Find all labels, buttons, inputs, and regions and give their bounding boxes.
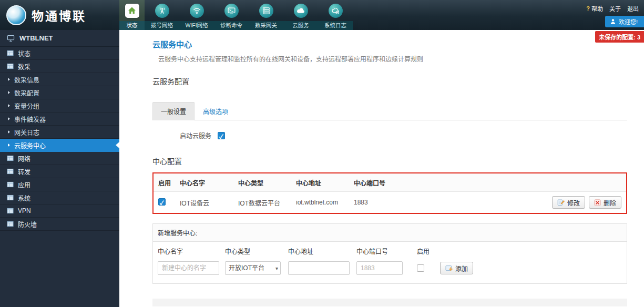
sidebar-item-data-info[interactable]: 数采信息 — [0, 73, 119, 86]
list-icon — [7, 168, 14, 175]
unsaved-config-badge[interactable]: 未保存的配置: 3 — [595, 31, 644, 43]
add-enable-checkbox[interactable] — [417, 264, 424, 272]
logo-icon — [6, 5, 26, 25]
dial-network-icon — [155, 4, 169, 18]
col-header-name: 中心名字 — [180, 178, 238, 187]
logo-text: 物通博联 — [32, 6, 86, 24]
logout-link[interactable]: 退出 — [627, 4, 639, 13]
delete-button[interactable]: 删除 — [589, 196, 621, 209]
row-center-type: IOT数据云平台 — [238, 198, 296, 207]
center-config-table-highlighted: 启用 中心名字 中心类型 中心地址 中心端口号 IOT设备云 IOT数据云平台 … — [152, 172, 627, 214]
sidebar-item-label: 数采信息 — [14, 75, 39, 84]
sidebar-item-data-config[interactable]: 数采配置 — [0, 86, 119, 99]
nav-icon-wrap — [283, 0, 318, 21]
list-icon — [7, 221, 14, 227]
help-link[interactable]: ? 帮助 — [586, 4, 603, 13]
center-type-select[interactable]: 开放IOT平台 — [225, 261, 281, 275]
sidebar-item-variable-group[interactable]: 变量分组 — [0, 99, 119, 112]
gateway-icon — [259, 4, 273, 18]
sidebar-item-application[interactable]: 应用 — [0, 178, 119, 191]
help-label: 帮助 — [591, 4, 603, 13]
home-icon — [125, 4, 139, 18]
nav-label-gateway: 数采网关 — [249, 21, 283, 30]
about-link[interactable]: 关于 — [609, 4, 621, 13]
top-header: 物通博联 状态 拨号网络 — [0, 0, 644, 30]
footer-strip — [152, 299, 627, 306]
nav-label-cloud-service: 云服务 — [283, 21, 318, 30]
sidebar-item-vpn[interactable]: VPN — [0, 204, 119, 218]
nav-icon-wrap — [119, 0, 145, 21]
edit-button[interactable]: 修改 — [552, 196, 585, 209]
log-icon — [329, 4, 343, 18]
col-header-enable: 启用 — [154, 178, 180, 187]
nav-item-cloud-service[interactable]: 云服务 — [283, 0, 318, 30]
enable-cloud-row: 启动云服务 — [180, 131, 627, 140]
sidebar-item-forwarding[interactable]: 转发 — [0, 165, 119, 178]
sidebar-item-label: 变量分组 — [14, 101, 39, 110]
nav-icon-wrap — [249, 0, 283, 21]
center-config-heading: 中心配置 — [152, 156, 627, 166]
sidebar: WTBLNET 状态 数采 数采信息 数采配置 变量分组 事件触发器 网关日志 … — [0, 30, 119, 307]
list-icon — [7, 195, 14, 201]
list-icon — [7, 155, 14, 161]
sidebar-item-event-trigger[interactable]: 事件触发器 — [0, 112, 119, 126]
sidebar-item-status[interactable]: 状态 — [0, 47, 119, 60]
row-center-port: 1883 — [354, 199, 438, 206]
sidebar-item-label: 网关日志 — [14, 128, 39, 137]
list-icon — [7, 63, 14, 69]
add-button[interactable]: 添加 — [440, 262, 473, 274]
page-description: 云服务中心支持远程管理和监控所有的在线网关和设备，支持远程部署应用程序和边缘计算… — [152, 54, 627, 63]
col-header-address: 中心地址 — [296, 178, 354, 187]
nav-label-system-log: 系统日志 — [318, 21, 353, 30]
sidebar-item-label: 应用 — [18, 180, 30, 189]
list-icon — [7, 50, 14, 56]
nav-item-gateway[interactable]: 数采网关 — [249, 0, 283, 30]
nav-item-dial-network[interactable]: 拨号网络 — [145, 0, 179, 30]
tab-general-settings[interactable]: 一般设置 — [152, 102, 195, 120]
sidebar-item-label: 转发 — [18, 167, 30, 176]
nav-label-dial-network: 拨号网络 — [145, 21, 179, 30]
sidebar-item-data-acquisition[interactable]: 数采 — [0, 60, 119, 73]
nav-item-wifi[interactable]: WIFI网络 — [179, 0, 214, 30]
sidebar-item-cloud-service-center[interactable]: 云服务中心 — [0, 139, 119, 152]
delete-icon — [594, 199, 601, 206]
row-enable-checkbox[interactable] — [158, 198, 166, 206]
monitor-icon — [7, 35, 15, 42]
list-icon — [7, 208, 14, 214]
sidebar-item-network[interactable]: 网络 — [0, 152, 119, 165]
sidebar-item-label: 状态 — [18, 49, 30, 58]
center-name-input[interactable] — [158, 261, 219, 275]
sidebar-item-firewall[interactable]: 防火墙 — [0, 218, 119, 231]
nav-item-system-log[interactable]: 系统日志 — [318, 0, 353, 30]
add-button-label: 添加 — [455, 264, 468, 273]
nav-label-wifi: WIFI网络 — [179, 21, 214, 30]
nav-icon-wrap — [214, 0, 249, 21]
welcome-badge[interactable]: 欢迎您! — [605, 16, 644, 27]
sidebar-item-system[interactable]: 系统 — [0, 191, 119, 204]
sidebar-item-label: VPN — [18, 207, 31, 214]
nav-icon-wrap — [179, 0, 214, 21]
nav-label-diagnostic: 诊断命令 — [214, 21, 249, 30]
center-address-input[interactable] — [288, 261, 350, 275]
enable-cloud-label: 启动云服务 — [180, 131, 211, 140]
content: 云服务中心 云服务中心支持远程管理和监控所有的在线网关和设备，支持远程部署应用程… — [152, 38, 627, 307]
caret-icon — [8, 78, 10, 81]
center-port-input[interactable] — [356, 261, 403, 275]
enable-cloud-checkbox[interactable] — [218, 132, 225, 139]
sidebar-item-gateway-log[interactable]: 网关日志 — [0, 126, 119, 139]
caret-icon — [8, 91, 10, 94]
device-name: WTBLNET — [0, 30, 119, 47]
nav-item-diagnostic[interactable]: 诊断命令 — [214, 0, 249, 30]
tab-advanced-options[interactable]: 高级选项 — [195, 102, 237, 120]
sidebar-item-label: 网络 — [18, 154, 30, 163]
nav-icon-wrap — [145, 0, 179, 21]
user-icon — [610, 18, 616, 25]
add-col-header-port: 中心端口号 — [356, 247, 417, 255]
sidebar-item-label: 云服务中心 — [14, 141, 46, 150]
top-nav: 状态 拨号网络 — [119, 0, 353, 30]
welcome-label: 欢迎您! — [619, 17, 638, 26]
settings-tabs: 一般设置 高级选项 — [152, 102, 627, 120]
delete-button-label: 删除 — [604, 198, 616, 207]
nav-item-status[interactable]: 状态 — [119, 0, 145, 30]
row-center-name: IOT设备云 — [180, 198, 238, 207]
